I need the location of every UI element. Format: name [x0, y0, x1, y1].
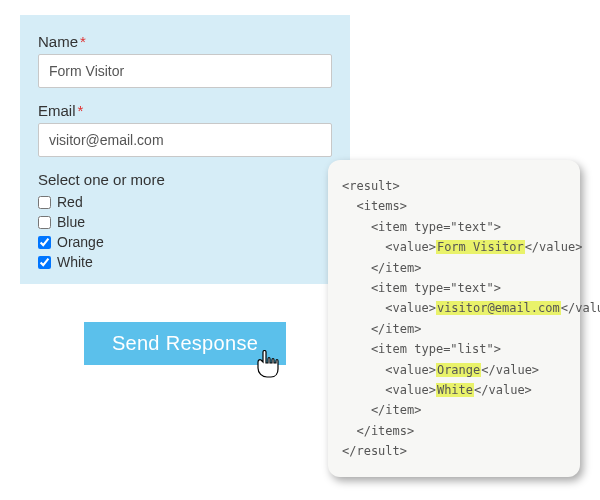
submit-row: Send Response: [20, 312, 350, 365]
checkbox-blue[interactable]: [38, 216, 51, 229]
option-label: White: [57, 254, 93, 270]
code-line: <item type="text">: [342, 217, 566, 237]
code-line: </item>: [342, 258, 566, 278]
email-input[interactable]: [38, 123, 332, 157]
checkbox-orange[interactable]: [38, 236, 51, 249]
pointer-cursor-icon: [255, 350, 281, 380]
code-line: </result>: [342, 441, 566, 461]
option-white[interactable]: White: [38, 254, 332, 270]
code-line: <item type="text">: [342, 278, 566, 298]
code-line: <value>Form Visitor</value>: [342, 237, 566, 257]
required-mark: *: [78, 102, 84, 119]
email-label-text: Email: [38, 102, 76, 119]
highlight: visitor@email.com: [436, 301, 561, 315]
option-blue[interactable]: Blue: [38, 214, 332, 230]
option-label: Red: [57, 194, 83, 210]
xml-result-panel: <result> <items> <item type="text"> <val…: [328, 160, 580, 477]
option-label: Orange: [57, 234, 104, 250]
code-line: <items>: [342, 196, 566, 216]
option-red[interactable]: Red: [38, 194, 332, 210]
contact-form: Name* Email* Select one or more Red Blue…: [20, 15, 350, 284]
highlight: White: [436, 383, 474, 397]
code-line: </item>: [342, 400, 566, 420]
checkbox-white[interactable]: [38, 256, 51, 269]
highlight: Form Visitor: [436, 240, 525, 254]
checkbox-red[interactable]: [38, 196, 51, 209]
name-input[interactable]: [38, 54, 332, 88]
name-label-text: Name: [38, 33, 78, 50]
email-label: Email*: [38, 102, 332, 119]
select-group-label: Select one or more: [38, 171, 332, 188]
code-line: </item>: [342, 319, 566, 339]
code-line: <value>White</value>: [342, 380, 566, 400]
required-mark: *: [80, 33, 86, 50]
code-line: <value>visitor@email.com</value>: [342, 298, 566, 318]
code-line: <result>: [342, 176, 566, 196]
code-line: <value>Orange</value>: [342, 360, 566, 380]
code-line: </items>: [342, 421, 566, 441]
code-line: <item type="list">: [342, 339, 566, 359]
name-label: Name*: [38, 33, 332, 50]
option-label: Blue: [57, 214, 85, 230]
option-orange[interactable]: Orange: [38, 234, 332, 250]
highlight: Orange: [436, 363, 481, 377]
